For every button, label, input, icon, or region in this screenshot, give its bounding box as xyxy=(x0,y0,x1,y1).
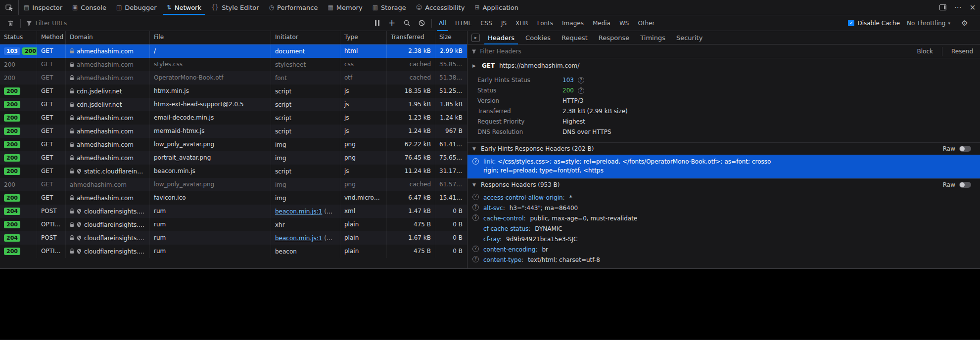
table-row[interactable]: 200 OPTIONS cloudflareinsights.com xyxy=(0,218,467,231)
domain-text: cloudflareinsights.com xyxy=(84,232,145,245)
header-row[interactable]: content-encoding br xyxy=(467,245,980,255)
type-filter-label: HTML xyxy=(455,20,471,27)
throttling-dropdown[interactable]: No Throttling ▾ xyxy=(907,20,950,27)
table-row[interactable]: 204 POST cloudflareinsights.com xyxy=(0,205,467,218)
help-icon[interactable] xyxy=(472,204,479,211)
request-blocking-button[interactable] xyxy=(414,17,429,29)
header-row[interactable]: access-control-allow-origin * xyxy=(467,193,980,203)
twisty-closed-icon[interactable]: ▶ xyxy=(472,63,477,68)
column-header[interactable]: Transferred xyxy=(387,31,435,44)
toolbar-divider xyxy=(20,19,21,28)
table-row[interactable]: 200 GET ahmedhashim.com low_poly_avatar.… xyxy=(0,178,467,191)
twisty-open-icon[interactable]: ▼ xyxy=(472,182,477,187)
pick-element-button[interactable] xyxy=(0,0,19,15)
table-row[interactable]: 200 GET ahmedhashim.com low_poly_avatar.… xyxy=(0,138,467,151)
column-header[interactable]: Status xyxy=(0,31,37,44)
table-row[interactable]: 204 POST cloudflareinsights.com xyxy=(0,231,467,245)
block-url-button[interactable]: Block xyxy=(914,48,935,55)
search-button[interactable] xyxy=(399,17,414,29)
pause-recording-button[interactable] xyxy=(370,17,384,29)
raw-toggle-wrap: Raw xyxy=(943,181,975,188)
pane-toggle-icon[interactable]: ▸ xyxy=(471,34,480,42)
disable-cache-toggle[interactable]: ✓ Disable Cache xyxy=(848,20,900,27)
raw-toggle[interactable] xyxy=(959,146,971,152)
tool-tab[interactable]: ▥ Storage xyxy=(368,0,411,15)
details-tab[interactable]: Request xyxy=(556,31,593,44)
storage-icon: ▥ xyxy=(373,4,378,11)
column-header[interactable]: Type xyxy=(340,31,387,44)
details-tab[interactable]: Headers xyxy=(482,31,520,44)
details-tab[interactable]: Cookies xyxy=(520,31,556,44)
header-row[interactable]: content-type text/html; charset=utf-8 xyxy=(467,255,980,265)
type-filter[interactable]: HTML xyxy=(451,15,476,31)
type-filter[interactable]: CSS xyxy=(476,15,497,31)
initiator-link[interactable]: beacon.min.js:1 xyxy=(275,208,322,215)
tool-tab[interactable]: ☺ Accessibility xyxy=(411,0,470,15)
column-header[interactable]: Method xyxy=(37,31,66,44)
header-row[interactable]: cache-control public, max-age=0, must-re… xyxy=(467,213,980,224)
tool-tab[interactable]: ⇅ Network xyxy=(162,0,206,15)
help-icon[interactable] xyxy=(578,87,584,94)
help-icon[interactable] xyxy=(472,194,479,200)
table-row[interactable]: 200 GET ahmedhashim.com favicon.ico xyxy=(0,191,467,205)
type-cell: png xyxy=(340,138,387,151)
twisty-open-icon[interactable]: ▼ xyxy=(472,146,477,151)
filter-headers-input[interactable] xyxy=(480,48,910,55)
table-row[interactable]: 200 GET static.cloudflareinsights.com xyxy=(0,165,467,178)
early-hints-section-header[interactable]: ▼ Early Hints Response Headers (202 B) R… xyxy=(467,142,980,155)
type-filter[interactable]: Fonts xyxy=(533,15,558,31)
table-row[interactable]: 200 GET ahmedhashim.com OperatorMono-Boo… xyxy=(0,71,467,85)
meatball-menu-button[interactable]: ⋯ xyxy=(950,0,965,15)
table-row[interactable]: 200 OPTIONS cloudflareinsights.com xyxy=(0,245,467,258)
column-header[interactable]: Size xyxy=(435,31,467,44)
table-row[interactable]: 200 GET cdn.jsdelivr.net htmx-ext-head-s… xyxy=(0,98,467,111)
help-icon[interactable] xyxy=(578,77,584,84)
tool-tab[interactable]: ◷ Performance xyxy=(264,0,323,15)
tool-tab[interactable]: ▦ Memory xyxy=(323,0,367,15)
table-row[interactable]: 200 GET ahmedhashim.com mermaid-htmx.js xyxy=(0,125,467,138)
help-icon[interactable] xyxy=(472,246,479,252)
details-tab[interactable]: Security xyxy=(671,31,708,44)
column-header[interactable]: File xyxy=(150,31,271,44)
network-settings-button[interactable]: ⚙ xyxy=(957,17,972,29)
table-row[interactable]: 200 GET ahmedhashim.com styles.css xyxy=(0,58,467,71)
request-url-row[interactable]: ▶ GET https://ahmedhashim.com/ xyxy=(467,58,980,73)
dock-side-button[interactable] xyxy=(935,0,950,15)
column-header[interactable]: Initiator xyxy=(271,31,340,44)
initiator-link[interactable]: beacon.min.js:1 xyxy=(275,235,322,242)
type-filter[interactable]: All xyxy=(434,15,451,31)
clear-requests-button[interactable] xyxy=(3,17,18,29)
details-tab[interactable]: Response xyxy=(593,31,635,44)
resend-button[interactable]: Resend xyxy=(948,48,976,55)
filter-urls-input[interactable] xyxy=(36,20,367,27)
tool-tab[interactable]: {} Style Editor xyxy=(206,0,264,15)
header-row[interactable]: cf-cache-status DYNAMIC xyxy=(467,224,980,234)
header-row[interactable]: alt-svc h3=":443"; ma=86400 xyxy=(467,203,980,213)
raw-toggle[interactable] xyxy=(959,182,971,188)
header-row[interactable]: cf-ray 9d9b94921bca15e3-SJC xyxy=(467,234,980,245)
close-devtools-button[interactable]: × xyxy=(965,0,980,15)
type-filter[interactable]: Other xyxy=(633,15,659,31)
new-request-button[interactable]: + xyxy=(384,17,399,29)
file-cell: htmx.min.js xyxy=(150,85,271,98)
tool-tab[interactable]: ⊞ Application xyxy=(469,0,523,15)
help-icon[interactable] xyxy=(472,256,479,262)
table-row[interactable]: 200 GET ahmedhashim.com portrait_avatar.… xyxy=(0,151,467,165)
tool-tab[interactable]: ▣ Console xyxy=(67,0,111,15)
help-icon[interactable] xyxy=(472,158,479,165)
early-hints-header-row[interactable]: link: </css/styles.css>; as=style; rel=p… xyxy=(467,155,980,178)
help-icon[interactable] xyxy=(472,214,479,221)
table-row[interactable]: 200 GET cdn.jsdelivr.net htmx.min.js xyxy=(0,85,467,98)
type-filter[interactable]: Media xyxy=(588,15,615,31)
table-row[interactable]: 200 GET ahmedhashim.com email-decode.min… xyxy=(0,111,467,125)
type-filter[interactable]: Images xyxy=(558,15,588,31)
table-row[interactable]: 103 200 GET ahmedhashim.com / xyxy=(0,44,467,58)
details-tab[interactable]: Timings xyxy=(635,31,671,44)
tool-tab[interactable]: ▤ Inspector xyxy=(19,0,67,15)
type-filter[interactable]: JS xyxy=(497,15,511,31)
type-filter[interactable]: WS xyxy=(615,15,633,31)
tool-tab[interactable]: ◫ Debugger xyxy=(111,0,162,15)
type-filter[interactable]: XHR xyxy=(511,15,533,31)
column-header[interactable]: Domain xyxy=(66,31,150,44)
response-headers-section-header[interactable]: ▼ Response Headers (953 B) Raw xyxy=(467,178,980,191)
